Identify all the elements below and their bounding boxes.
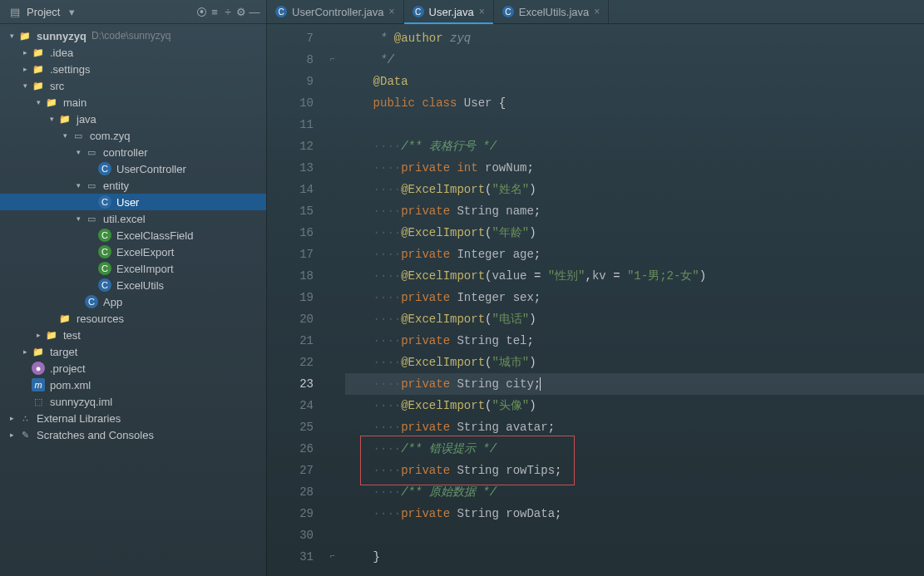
chevron-icon[interactable] bbox=[20, 363, 30, 373]
code-content[interactable]: * @author zyq */ @Data public class User… bbox=[338, 24, 924, 576]
fold-column[interactable]: ⌐⌐ bbox=[327, 24, 338, 576]
tree-item-scratches-and-consoles[interactable]: ▸✎Scratches and Consoles bbox=[0, 426, 266, 443]
code-line[interactable]: ····private String name; bbox=[345, 200, 924, 222]
code-line[interactable]: ····private Integer age; bbox=[345, 244, 924, 265]
gear-icon[interactable]: ⚙ bbox=[235, 5, 248, 18]
chevron-icon[interactable] bbox=[86, 263, 96, 273]
tree-item-main[interactable]: ▾📁main bbox=[0, 94, 266, 111]
fold-marker[interactable] bbox=[327, 222, 338, 244]
fold-marker[interactable] bbox=[327, 114, 338, 135]
tree-item--project[interactable]: ●.project bbox=[0, 360, 266, 377]
fold-marker[interactable] bbox=[327, 524, 338, 546]
code-line[interactable]: } bbox=[345, 546, 924, 568]
tab-user-java[interactable]: CUser.java× bbox=[404, 0, 494, 23]
code-line[interactable] bbox=[345, 524, 924, 546]
fold-marker[interactable] bbox=[327, 460, 338, 481]
tree-item-util-excel[interactable]: ▾▭util.excel bbox=[0, 210, 266, 227]
chevron-icon[interactable]: ▾ bbox=[20, 81, 30, 91]
fold-marker[interactable] bbox=[327, 395, 338, 416]
chevron-icon[interactable]: ▸ bbox=[20, 47, 30, 57]
tree-item-target[interactable]: ▸📁target bbox=[0, 343, 266, 360]
tree-item-sunnyzyq-iml[interactable]: ⬚sunnyzyq.iml bbox=[0, 393, 266, 410]
tree-item-src[interactable]: ▾📁src bbox=[0, 77, 266, 94]
fold-marker[interactable] bbox=[327, 352, 338, 373]
code-line[interactable]: ····@ExcelImport("姓名") bbox=[345, 179, 924, 200]
fold-marker[interactable] bbox=[327, 200, 338, 222]
code-line[interactable]: ····@ExcelImport("城市") bbox=[345, 352, 924, 373]
chevron-icon[interactable]: ▾ bbox=[47, 114, 57, 124]
chevron-icon[interactable] bbox=[20, 396, 30, 406]
code-line[interactable]: ····@ExcelImport("年龄") bbox=[345, 222, 924, 244]
tree-item-excelutils[interactable]: CExcelUtils bbox=[0, 277, 266, 293]
close-icon[interactable]: × bbox=[479, 6, 485, 17]
chevron-icon[interactable]: ▾ bbox=[73, 214, 83, 224]
code-editor[interactable]: 7891011121314151617181920212223242526272… bbox=[267, 24, 924, 576]
chevron-icon[interactable]: ▸ bbox=[33, 330, 43, 340]
fold-marker[interactable] bbox=[327, 157, 338, 179]
tab-excelutils-java[interactable]: CExcelUtils.java× bbox=[494, 0, 610, 23]
dropdown-icon[interactable]: ▾ bbox=[65, 5, 78, 18]
code-line[interactable]: public class User { bbox=[345, 92, 924, 114]
chevron-icon[interactable] bbox=[86, 164, 96, 174]
tree-item-usercontroller[interactable]: CUserController bbox=[0, 160, 266, 177]
tree-item--settings[interactable]: ▸📁.settings bbox=[0, 61, 266, 77]
chevron-icon[interactable] bbox=[86, 280, 96, 290]
code-line[interactable]: ····private String rowData; bbox=[345, 503, 924, 524]
tree-item-java[interactable]: ▾📁java bbox=[0, 111, 266, 127]
hide-icon[interactable]: — bbox=[248, 5, 261, 18]
code-line[interactable]: ····@ExcelImport("头像") bbox=[345, 395, 924, 416]
fold-marker[interactable] bbox=[327, 416, 338, 438]
fold-marker[interactable] bbox=[327, 265, 338, 287]
chevron-icon[interactable] bbox=[20, 380, 30, 390]
tree-item-pom-xml[interactable]: mpom.xml bbox=[0, 377, 266, 393]
code-line[interactable]: @Data bbox=[345, 71, 924, 92]
fold-marker[interactable] bbox=[327, 244, 338, 265]
tree-item-app[interactable]: CApp bbox=[0, 293, 266, 310]
fold-marker[interactable] bbox=[327, 330, 338, 352]
chevron-icon[interactable] bbox=[73, 297, 83, 307]
chevron-icon[interactable]: ▾ bbox=[60, 130, 70, 140]
tree-item-excelclassfield[interactable]: CExcelClassField bbox=[0, 227, 266, 244]
chevron-icon[interactable]: ▸ bbox=[7, 413, 17, 423]
fold-marker[interactable] bbox=[327, 287, 338, 308]
tree-item-sunnyzyq[interactable]: ▾📁sunnyzyqD:\code\sunnyzyq bbox=[0, 27, 266, 44]
tree-item--idea[interactable]: ▸📁.idea bbox=[0, 44, 266, 61]
chevron-icon[interactable] bbox=[86, 230, 96, 240]
code-line[interactable]: ····/** 表格行号 */ bbox=[345, 135, 924, 157]
code-line[interactable]: ····private String rowTips; bbox=[345, 460, 924, 481]
chevron-icon[interactable] bbox=[86, 247, 96, 257]
tree-item-excelimport[interactable]: CExcelImport bbox=[0, 260, 266, 277]
fold-marker[interactable] bbox=[327, 71, 338, 92]
project-tree[interactable]: ▾📁sunnyzyqD:\code\sunnyzyq▸📁.idea▸📁.sett… bbox=[0, 24, 266, 576]
fold-marker[interactable] bbox=[327, 373, 338, 395]
fold-marker[interactable] bbox=[327, 481, 338, 503]
close-icon[interactable]: × bbox=[594, 6, 600, 17]
close-icon[interactable]: × bbox=[389, 6, 395, 17]
code-line[interactable]: ····@ExcelImport(value = "性别",kv = "1-男;… bbox=[345, 265, 924, 287]
fold-marker[interactable]: ⌐ bbox=[327, 49, 338, 71]
fold-marker[interactable] bbox=[327, 27, 338, 49]
chevron-icon[interactable]: ▸ bbox=[7, 430, 17, 440]
code-line[interactable]: ····private String avatar; bbox=[345, 416, 924, 438]
code-line[interactable]: * @author zyq bbox=[345, 27, 924, 49]
chevron-icon[interactable]: ▾ bbox=[73, 180, 83, 190]
fold-marker[interactable] bbox=[327, 438, 338, 460]
code-line[interactable] bbox=[345, 114, 924, 135]
fold-marker[interactable] bbox=[327, 503, 338, 524]
tree-item-entity[interactable]: ▾▭entity bbox=[0, 177, 266, 194]
fold-marker[interactable] bbox=[327, 135, 338, 157]
code-line[interactable]: ····private int rowNum; bbox=[345, 157, 924, 179]
chevron-icon[interactable]: ▾ bbox=[73, 147, 83, 157]
chevron-icon[interactable]: ▾ bbox=[7, 31, 17, 41]
fold-marker[interactable] bbox=[327, 179, 338, 200]
code-line[interactable]: ····@ExcelImport("电话") bbox=[345, 308, 924, 330]
fold-marker[interactable] bbox=[327, 308, 338, 330]
chevron-icon[interactable]: ▸ bbox=[20, 347, 30, 357]
tree-item-controller[interactable]: ▾▭controller bbox=[0, 144, 266, 160]
tree-item-test[interactable]: ▸📁test bbox=[0, 327, 266, 343]
tree-item-user[interactable]: CUser bbox=[0, 194, 266, 210]
tab-usercontroller-java[interactable]: CUserController.java× bbox=[267, 0, 404, 23]
chevron-icon[interactable] bbox=[86, 197, 96, 207]
fold-marker[interactable] bbox=[327, 92, 338, 114]
code-line[interactable]: ····private String city; bbox=[345, 373, 924, 395]
